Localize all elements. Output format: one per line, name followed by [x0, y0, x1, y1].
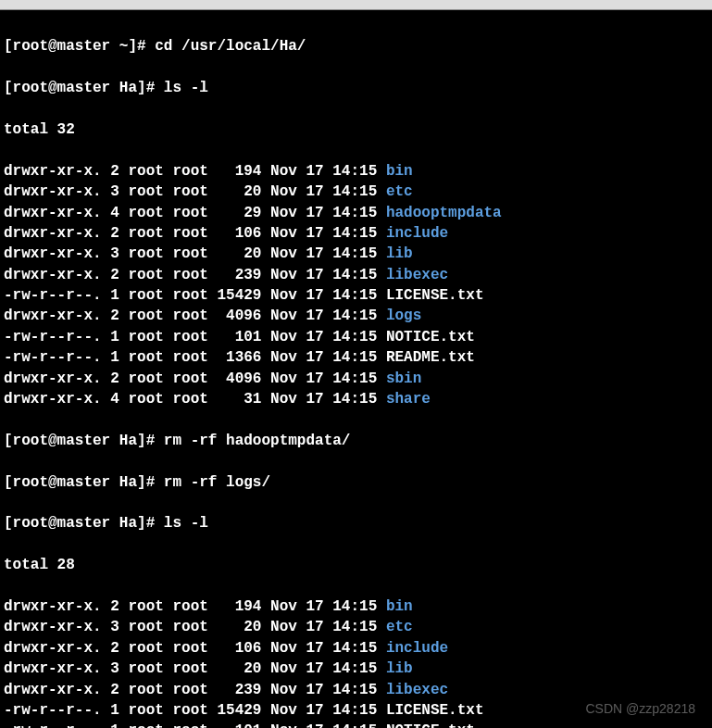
list-row: -rw-r--r--. 1 root root 1366 Nov 17 14:1… — [4, 347, 708, 368]
directory-name: lib — [386, 660, 413, 677]
list-meta: drwxr-xr-x. 2 root root 239 Nov 17 14:15 — [4, 267, 386, 283]
directory-name: logs — [386, 308, 421, 324]
file-name: NOTICE.txt — [386, 329, 475, 345]
list-meta: drwxr-xr-x. 3 root root 20 Nov 17 14:15 — [4, 619, 386, 635]
list-meta: -rw-r--r--. 1 root root 101 Nov 17 14:15 — [4, 722, 386, 728]
list-meta: drwxr-xr-x. 4 root root 29 Nov 17 14:15 — [4, 205, 386, 221]
list-meta: -rw-r--r--. 1 root root 101 Nov 17 14:15 — [4, 329, 386, 345]
total-2: total 28 — [4, 555, 708, 575]
file-name: NOTICE.txt — [386, 722, 475, 728]
list-row: drwxr-xr-x. 3 root root 20 Nov 17 14:15 … — [4, 617, 708, 637]
listing-1: drwxr-xr-x. 2 root root 194 Nov 17 14:15… — [4, 161, 708, 410]
list-row: drwxr-xr-x. 3 root root 20 Nov 17 14:15 … — [4, 244, 708, 264]
list-row: drwxr-xr-x. 4 root root 31 Nov 17 14:15 … — [4, 389, 708, 409]
list-meta: drwxr-xr-x. 3 root root 20 Nov 17 14:15 — [4, 183, 386, 200]
list-meta: drwxr-xr-x. 2 root root 106 Nov 17 14:15 — [4, 640, 386, 657]
prompt-rm2: [root@master Ha]# rm -rf logs/ — [4, 472, 708, 493]
prompt-rm1: [root@master Ha]# rm -rf hadooptmpdata/ — [4, 431, 708, 451]
file-name: LICENSE.txt — [386, 702, 484, 719]
list-meta: -rw-r--r--. 1 root root 15429 Nov 17 14:… — [4, 702, 386, 719]
list-meta: drwxr-xr-x. 3 root root 20 Nov 17 14:15 — [4, 660, 386, 677]
list-row: drwxr-xr-x. 2 root root 4096 Nov 17 14:1… — [4, 306, 708, 326]
list-meta: drwxr-xr-x. 2 root root 106 Nov 17 14:15 — [4, 225, 386, 242]
prompt-ls2: [root@master Ha]# ls -l — [4, 513, 708, 533]
list-meta: drwxr-xr-x. 3 root root 20 Nov 17 14:15 — [4, 245, 386, 262]
directory-name: etc — [386, 183, 413, 200]
window-topbar — [0, 0, 712, 10]
list-row: -rw-r--r--. 1 root root 15429 Nov 17 14:… — [4, 285, 708, 306]
list-meta: drwxr-xr-x. 2 root root 239 Nov 17 14:15 — [4, 682, 386, 698]
directory-name: hadooptmpdata — [386, 205, 502, 221]
list-row: drwxr-xr-x. 2 root root 194 Nov 17 14:15… — [4, 161, 708, 182]
list-row: -rw-r--r--. 1 root root 101 Nov 17 14:15… — [4, 327, 708, 347]
list-row: drwxr-xr-x. 2 root root 106 Nov 17 14:15… — [4, 223, 708, 244]
watermark: CSDN @zzp28218 — [586, 700, 696, 719]
prompt-ls1: [root@master Ha]# ls -l — [4, 78, 708, 98]
list-meta: drwxr-xr-x. 4 root root 31 Nov 17 14:15 — [4, 391, 386, 408]
directory-name: bin — [386, 598, 413, 615]
directory-name: share — [386, 391, 431, 408]
list-row: drwxr-xr-x. 2 root root 194 Nov 17 14:15… — [4, 596, 708, 617]
terminal-output[interactable]: [root@master ~]# cd /usr/local/Ha/ [root… — [0, 10, 712, 728]
list-row: drwxr-xr-x. 2 root root 106 Nov 17 14:15… — [4, 638, 708, 659]
total-1: total 32 — [4, 119, 708, 140]
list-row: drwxr-xr-x. 2 root root 239 Nov 17 14:15… — [4, 680, 708, 700]
list-meta: -rw-r--r--. 1 root root 1366 Nov 17 14:1… — [4, 349, 386, 366]
directory-name: libexec — [386, 267, 448, 283]
directory-name: libexec — [386, 682, 448, 698]
file-name: README.txt — [386, 349, 475, 366]
list-meta: drwxr-xr-x. 2 root root 194 Nov 17 14:15 — [4, 598, 386, 615]
directory-name: lib — [386, 245, 413, 262]
directory-name: include — [386, 225, 448, 242]
file-name: LICENSE.txt — [386, 287, 484, 304]
directory-name: etc — [386, 619, 413, 635]
list-row: drwxr-xr-x. 2 root root 239 Nov 17 14:15… — [4, 265, 708, 285]
directory-name: sbin — [386, 370, 421, 387]
list-row: drwxr-xr-x. 4 root root 29 Nov 17 14:15 … — [4, 203, 708, 223]
directory-name: include — [386, 640, 448, 657]
list-meta: drwxr-xr-x. 2 root root 194 Nov 17 14:15 — [4, 163, 386, 180]
list-meta: drwxr-xr-x. 2 root root 4096 Nov 17 14:1… — [4, 308, 386, 324]
directory-name: bin — [386, 163, 413, 180]
list-meta: -rw-r--r--. 1 root root 15429 Nov 17 14:… — [4, 287, 386, 304]
list-row: -rw-r--r--. 1 root root 101 Nov 17 14:15… — [4, 721, 708, 728]
list-row: drwxr-xr-x. 3 root root 20 Nov 17 14:15 … — [4, 659, 708, 679]
list-meta: drwxr-xr-x. 2 root root 4096 Nov 17 14:1… — [4, 370, 386, 387]
list-row: drwxr-xr-x. 3 root root 20 Nov 17 14:15 … — [4, 182, 708, 202]
prompt-cd: [root@master ~]# cd /usr/local/Ha/ — [4, 36, 708, 56]
list-row: drwxr-xr-x. 2 root root 4096 Nov 17 14:1… — [4, 369, 708, 389]
